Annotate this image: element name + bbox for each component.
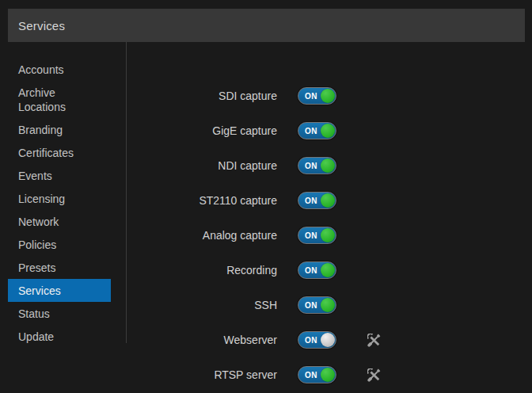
toggle-state-label: ON [305,127,317,135]
sidebar-item-accounts[interactable]: Accounts [8,58,111,81]
service-label: Webserver [126,334,277,346]
toggle-knob [321,333,335,347]
service-label: Recording [126,264,277,277]
sidebar-item-events[interactable]: Events [8,164,111,187]
toggle-state-label: ON [305,301,317,310]
sidebar-item-certificates[interactable]: Certificates [8,141,111,164]
toggle-state-label: ON [305,371,317,380]
sidebar-item-status[interactable]: Status [8,302,111,325]
service-label: SSH [126,299,277,311]
sidebar-item-branding[interactable]: Branding [8,118,111,141]
toggle-knob [321,228,335,242]
toggle-knob [321,368,335,382]
toggle-knob [321,263,335,277]
toggle-state-label: ON [305,266,317,275]
toggle-analog-capture[interactable]: ON [298,227,336,244]
service-row: Analog capture ON [126,218,532,253]
service-row: Webserver ON [126,322,532,357]
service-label: ST2110 capture [126,194,277,207]
sidebar-item-network[interactable]: Network [8,210,111,233]
toggle-knob [321,298,335,312]
toggle-rtsp-server[interactable]: ON [298,366,336,383]
service-label: NDI capture [126,159,277,172]
service-row: NDI capture ON [126,148,532,183]
toggle-state-label: ON [305,336,317,345]
service-row: SDI capture ON [126,78,532,113]
sidebar-item-archive-locations[interactable]: Archive Locations [8,81,111,118]
toggle-state-label: ON [305,231,317,240]
page-header: Services [8,9,525,42]
toggle-recording[interactable]: ON [298,261,336,279]
service-row: RTSP server ON [126,357,532,392]
toggle-webserver[interactable]: ON [298,331,336,349]
toggle-knob [321,124,335,138]
toggle-sdi-capture[interactable]: ON [298,87,336,105]
sidebar-item-policies[interactable]: Policies [8,233,111,256]
toggle-st2110-capture[interactable]: ON [298,192,336,209]
service-row: SSH ON [126,288,532,322]
toggle-knob [321,193,335,208]
wrench-screwdriver-icon[interactable] [367,368,381,382]
service-label: SDI capture [126,90,277,102]
service-label: GigE capture [126,124,277,137]
toggle-state-label: ON [305,196,317,205]
toggle-state-label: ON [305,162,317,170]
service-label: Analog capture [126,229,277,242]
service-row: Recording ON [126,253,532,288]
wrench-screwdriver-icon[interactable] [367,333,381,347]
toggle-knob [321,158,335,173]
toggle-ssh[interactable]: ON [298,296,336,314]
toggle-ndi-capture[interactable]: ON [298,157,336,174]
service-row: ST2110 capture ON [126,183,532,218]
service-row: GigE capture ON [126,113,532,148]
services-panel: SDI capture ON GigE capture ON [126,42,532,392]
page-title: Services [18,19,65,32]
sidebar-item-services[interactable]: Services [8,279,111,302]
sidebar-item-licensing[interactable]: Licensing [8,187,111,210]
settings-sidebar: Accounts Archive Locations Branding Cert… [8,42,126,348]
toggle-gige-capture[interactable]: ON [298,122,336,139]
service-label: RTSP server [126,368,277,381]
toggle-state-label: ON [305,92,317,101]
toggle-knob [321,89,335,103]
sidebar-item-presets[interactable]: Presets [8,256,111,279]
sidebar-item-update[interactable]: Update [8,325,111,348]
